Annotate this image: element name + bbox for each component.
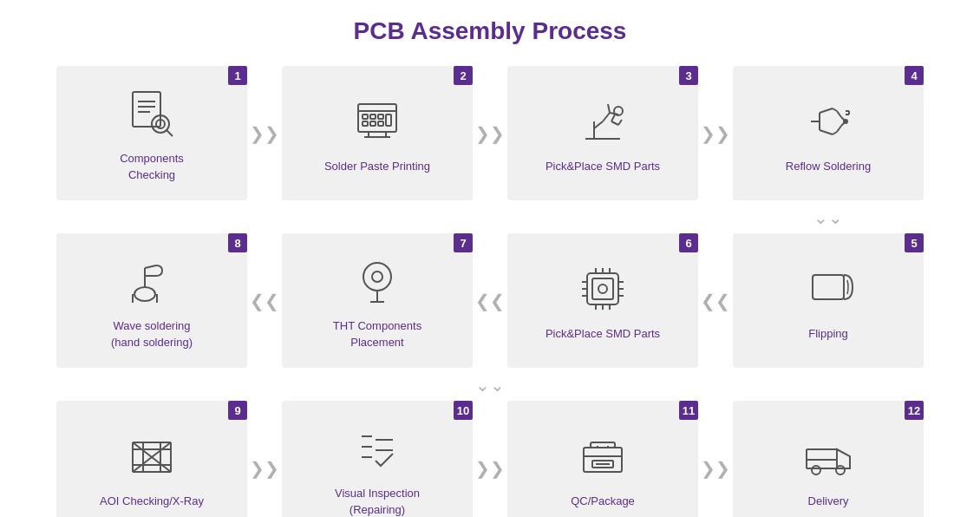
step-label-3: Pick&Place SMD Parts <box>546 159 660 174</box>
svg-rect-53 <box>592 278 613 299</box>
svg-rect-12 <box>363 121 368 126</box>
step-card-12: 12 Delivery <box>733 401 924 517</box>
svg-point-39 <box>843 119 848 124</box>
step-card-3: 3 Pick&Place SMD Parts <box>507 66 698 200</box>
step-card-7: 7 THT ComponentsPlacement <box>282 233 473 368</box>
step-label-9: AOI Checking/X-Ray <box>100 494 204 509</box>
arrow-1-2: ❯❯ <box>247 123 282 144</box>
step-icon-2 <box>347 91 408 152</box>
svg-line-45 <box>145 265 156 268</box>
svg-line-31 <box>820 108 833 113</box>
step-card-4: 4 Reflow <box>733 66 924 200</box>
step-icon-9 <box>121 426 182 487</box>
svg-line-24 <box>608 104 610 113</box>
arrow-row-down-2: ⌄⌄ <box>22 371 958 399</box>
step-card-11: 11 QC/Package <box>507 401 698 517</box>
step-number-6: 6 <box>679 233 698 252</box>
step-card-9: 9 AOI Checking/X-Ray <box>56 401 247 517</box>
step-number-4: 4 <box>905 66 924 85</box>
svg-line-5 <box>167 130 173 136</box>
step-icon-4 <box>798 91 859 152</box>
step-label-11: QC/Package <box>571 494 635 509</box>
svg-line-36 <box>837 126 841 132</box>
step-card-6: 6 <box>507 233 698 368</box>
step-card-10: 10 Visual Inspection(Repairing) <box>282 401 473 517</box>
svg-rect-13 <box>370 121 376 126</box>
arrow-8-7: ❮❮ <box>247 291 282 311</box>
process-row-3: 9 AOI Checking/X-Ray ❯❯ 10 <box>22 401 958 517</box>
step-number-7: 7 <box>454 233 473 252</box>
step-icon-7 <box>347 251 408 311</box>
step-number-9: 9 <box>228 401 247 420</box>
svg-line-33 <box>833 108 837 111</box>
step-icon-3 <box>572 91 633 152</box>
step-icon-1 <box>121 83 182 144</box>
svg-line-35 <box>837 111 841 117</box>
step-card-8: 8 Wave soldering(hand soldering) <box>56 233 247 368</box>
arrow-11-12: ❯❯ <box>698 458 733 479</box>
svg-line-34 <box>833 132 837 134</box>
step-label-1: ComponentsChecking <box>120 151 184 182</box>
step-label-8: Wave soldering(hand soldering) <box>111 318 193 350</box>
step-number-5: 5 <box>905 233 924 252</box>
step-icon-6 <box>572 258 633 319</box>
svg-point-91 <box>836 466 845 474</box>
arrow-9-10: ❯❯ <box>247 458 282 479</box>
step-icon-8 <box>121 251 182 311</box>
svg-rect-15 <box>386 115 391 126</box>
svg-rect-10 <box>370 115 376 119</box>
arrow-7-6: ❮❮ <box>473 291 507 311</box>
spacer-1 <box>56 204 247 232</box>
step-number-8: 8 <box>228 233 247 252</box>
step-label-10: Visual Inspection(Repairing) <box>335 486 420 517</box>
step-label-6: Pick&Place SMD Parts <box>546 326 660 342</box>
svg-line-28 <box>618 120 622 125</box>
arrow-6-5: ❮❮ <box>698 291 733 311</box>
page-title: PCB Assembly Process <box>22 17 958 45</box>
step-icon-11 <box>572 426 633 487</box>
svg-point-49 <box>372 272 382 282</box>
arrow-2-3: ❯❯ <box>473 123 507 144</box>
step-number-3: 3 <box>679 66 698 85</box>
arrow-row-down-1: ⌄⌄ <box>22 204 958 232</box>
spacer-2 <box>247 204 282 232</box>
down-arrow-right: ⌄⌄ <box>733 204 924 232</box>
step-number-1: 1 <box>228 66 247 85</box>
svg-point-43 <box>134 287 155 301</box>
svg-line-21 <box>594 121 603 128</box>
step-card-5: 5 Flipping <box>733 233 924 368</box>
process-row-2: 8 Wave soldering(hand soldering) ❮❮ 7 <box>22 233 958 368</box>
svg-line-26 <box>611 115 615 121</box>
step-number-10: 10 <box>454 401 473 420</box>
svg-rect-14 <box>378 121 383 126</box>
process-row-1: 1 ComponentsChecking ❯❯ 2 <box>22 66 958 200</box>
step-card-1: 1 ComponentsChecking <box>56 66 247 200</box>
step-label-2: Solder Paste Printing <box>324 159 430 174</box>
step-label-7: THT ComponentsPlacement <box>333 318 421 350</box>
step-label-4: Reflow Soldering <box>786 159 871 174</box>
step-icon-5 <box>798 258 859 319</box>
arrow-3-4: ❯❯ <box>698 123 733 144</box>
svg-rect-67 <box>813 275 844 299</box>
svg-line-22 <box>603 113 610 121</box>
svg-rect-11 <box>378 115 383 119</box>
step-number-11: 11 <box>679 401 698 420</box>
step-label-5: Flipping <box>808 326 848 342</box>
step-icon-12 <box>798 426 859 487</box>
spacer-6 <box>698 204 733 232</box>
step-label-12: Delivery <box>808 494 849 509</box>
down-arrow-left: ⌄⌄ <box>395 371 585 399</box>
svg-point-48 <box>363 263 391 291</box>
step-number-2: 2 <box>454 66 473 85</box>
svg-point-90 <box>812 466 820 474</box>
svg-line-27 <box>611 121 618 125</box>
svg-rect-85 <box>591 442 615 448</box>
main-container: PCB Assembly Process 1 ComponentsCheckin… <box>13 0 967 517</box>
step-icon-10 <box>347 418 408 479</box>
spacer-4 <box>473 204 507 232</box>
step-number-12: 12 <box>905 401 924 420</box>
spacer-5 <box>507 204 698 232</box>
svg-point-66 <box>598 285 607 293</box>
arrow-10-11: ❯❯ <box>473 458 507 479</box>
step-card-2: 2 Solder Paste Printing <box>282 66 473 200</box>
